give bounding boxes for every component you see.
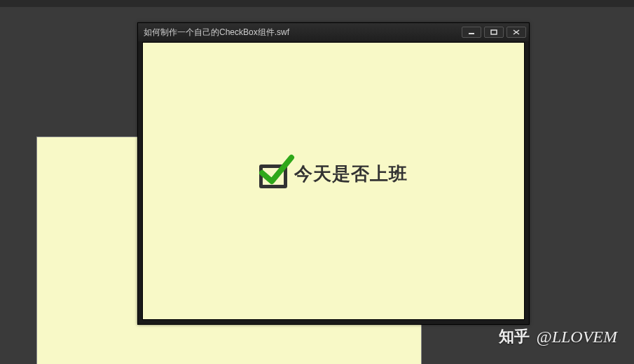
app-topbar (0, 0, 634, 7)
close-button[interactable] (506, 27, 526, 38)
checkbox-box (259, 160, 290, 188)
minimize-button[interactable] (462, 27, 481, 38)
minimize-icon (468, 29, 475, 35)
window-controls (462, 27, 526, 38)
checkbox-label: 今天是否上班 (294, 162, 408, 186)
close-icon (513, 29, 520, 35)
stage-border: 今天是否上班 (142, 42, 525, 320)
swf-stage: 今天是否上班 (143, 43, 524, 319)
window-titlebar[interactable]: 如何制作一个自己的CheckBox组件.swf (138, 23, 529, 41)
checkmark-icon (258, 153, 296, 188)
watermark: 知乎 @LLOVEM (499, 326, 617, 347)
svg-rect-0 (469, 33, 474, 34)
window-title: 如何制作一个自己的CheckBox组件.swf (144, 27, 289, 38)
watermark-handle: @LLOVEM (537, 328, 617, 346)
svg-rect-1 (491, 30, 497, 34)
custom-checkbox[interactable]: 今天是否上班 (259, 160, 408, 188)
watermark-logo: 知乎 (499, 326, 530, 347)
maximize-button[interactable] (484, 27, 504, 38)
maximize-icon (490, 29, 497, 35)
swf-preview-window: 如何制作一个自己的CheckBox组件.swf (137, 22, 530, 325)
